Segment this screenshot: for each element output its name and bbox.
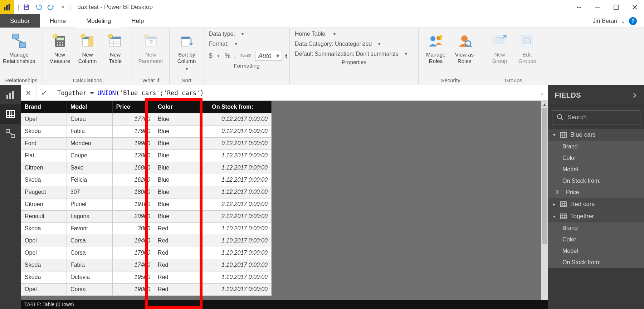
cell-price[interactable]: 16800 bbox=[112, 162, 154, 174]
column-header[interactable]: On Stock from: bbox=[208, 101, 272, 113]
fields-field[interactable]: Model bbox=[548, 164, 644, 175]
cell-date[interactable]: 1.10.2017 0:00:00 bbox=[208, 222, 272, 235]
new-group-button[interactable]: New Group bbox=[486, 30, 513, 75]
formula-expand-icon[interactable]: ⌄ bbox=[535, 89, 548, 96]
cell-brand[interactable]: Skoda bbox=[21, 174, 67, 186]
chevron-down-icon[interactable]: ▾ bbox=[240, 31, 245, 36]
new-table-button[interactable]: New Table bbox=[101, 30, 129, 75]
fields-table[interactable]: ▾Together bbox=[548, 210, 644, 222]
cell-color[interactable]: Blue bbox=[154, 137, 208, 149]
cell-model[interactable]: Laguna bbox=[67, 210, 112, 222]
help-icon[interactable]: ? bbox=[629, 17, 637, 25]
manage-relationships-button[interactable]: Manage Relationships bbox=[3, 30, 35, 75]
cell-brand[interactable]: Citroen bbox=[21, 198, 67, 210]
formula-text[interactable]: Together = UNION('Blue cars';'Red cars') bbox=[52, 89, 535, 97]
fields-field[interactable]: ΣPrice bbox=[548, 187, 644, 198]
column-header[interactable]: Brand bbox=[21, 101, 67, 113]
collapse-pane-icon[interactable] bbox=[632, 93, 638, 98]
cell-date[interactable]: 1.10.2017 0:00:00 bbox=[208, 259, 272, 271]
spin-buttons[interactable]: ▴▾ bbox=[285, 53, 287, 59]
vertical-scrollbar[interactable]: ▲ ▼ bbox=[541, 101, 548, 309]
redo-icon[interactable] bbox=[46, 2, 56, 12]
cell-model[interactable]: 307 bbox=[67, 186, 112, 198]
cell-date[interactable]: 2.12.2017 0:00:00 bbox=[208, 210, 272, 222]
cell-model[interactable]: Octavia bbox=[67, 271, 112, 283]
column-header[interactable]: Color bbox=[154, 101, 208, 113]
currency-button[interactable]: $ bbox=[209, 52, 213, 60]
cell-color[interactable]: Blue bbox=[154, 162, 208, 174]
cell-model[interactable]: Pluriel bbox=[67, 198, 112, 210]
data-grid[interactable]: BrandModelPriceColorOn Stock from:OpelCo… bbox=[21, 101, 272, 296]
cell-date[interactable]: 1.12.2017 0:00:00 bbox=[208, 186, 272, 198]
commit-formula-icon[interactable]: ✓ bbox=[36, 85, 52, 101]
fields-field[interactable]: Color bbox=[548, 152, 644, 164]
cell-price[interactable]: 20900 bbox=[112, 210, 154, 222]
chevron-down-icon[interactable]: ▾ bbox=[377, 41, 382, 46]
cell-brand[interactable]: Opel bbox=[21, 283, 67, 295]
cell-brand[interactable]: Skoda bbox=[21, 125, 67, 137]
fields-field[interactable]: Color bbox=[548, 234, 644, 245]
cell-date[interactable]: 1.10.2017 0:00:00 bbox=[208, 247, 272, 259]
search-input[interactable]: Search bbox=[552, 110, 640, 124]
cell-model[interactable]: Fabia bbox=[67, 125, 112, 137]
cell-date[interactable]: 1.12.2017 0:00:00 bbox=[208, 174, 272, 186]
cell-color[interactable]: Blue bbox=[154, 113, 208, 125]
new-measure-button[interactable]: New Measure bbox=[46, 30, 74, 75]
chevron-down-icon[interactable]: ▾ bbox=[234, 41, 239, 46]
scrollbar-thumb[interactable] bbox=[542, 108, 547, 244]
cell-color[interactable]: Blue bbox=[154, 174, 208, 186]
cell-date[interactable]: 0.12.2017 0:00:00 bbox=[208, 113, 272, 125]
menu-modeling[interactable]: Modeling bbox=[76, 15, 121, 28]
cell-date[interactable]: 1.12.2017 0:00:00 bbox=[208, 162, 272, 174]
view-as-roles-button[interactable]: View as Roles bbox=[450, 30, 479, 75]
model-view-icon[interactable] bbox=[0, 124, 21, 143]
cell-brand[interactable]: Citroen bbox=[21, 162, 67, 174]
cell-price[interactable]: 17900 bbox=[112, 125, 154, 137]
fields-table[interactable]: ▾Blue cars bbox=[548, 129, 644, 141]
cell-model[interactable]: Corsa bbox=[67, 113, 112, 125]
chevron-down-icon[interactable]: ▾ bbox=[404, 52, 409, 57]
cell-color[interactable]: Blue bbox=[154, 210, 208, 222]
cell-model[interactable]: Corsa bbox=[67, 247, 112, 259]
menu-home[interactable]: Home bbox=[40, 14, 76, 28]
cell-color[interactable]: Blue bbox=[154, 125, 208, 137]
fields-field[interactable]: On Stock from: bbox=[548, 175, 644, 187]
cell-brand[interactable]: Peugeot bbox=[21, 186, 67, 198]
cell-date[interactable]: 0.12.2017 0:00:00 bbox=[208, 125, 272, 137]
user-dropdown-icon[interactable]: ⌄ bbox=[621, 18, 625, 24]
expand-icon[interactable]: ▾ bbox=[553, 214, 557, 219]
fields-field[interactable]: Brand bbox=[548, 222, 644, 234]
new-parameter-button[interactable]: ? New Parameter bbox=[135, 30, 166, 75]
cell-color[interactable]: Red bbox=[154, 283, 208, 295]
chevron-down-icon[interactable]: ▾ bbox=[216, 54, 221, 58]
cell-model[interactable]: Felicia bbox=[67, 174, 112, 186]
cell-color[interactable]: Red bbox=[154, 271, 208, 283]
fields-field[interactable]: On Stock from: bbox=[548, 257, 644, 268]
cell-color[interactable]: Red bbox=[154, 222, 208, 235]
close-button[interactable] bbox=[625, 0, 644, 14]
edit-groups-button[interactable]: Edit Groups bbox=[513, 30, 541, 75]
column-header[interactable]: Model bbox=[67, 101, 112, 113]
expand-icon[interactable]: ▸ bbox=[553, 202, 557, 207]
cell-brand[interactable]: Fiat bbox=[21, 149, 67, 162]
cell-date[interactable]: 1.10.2017 0:00:00 bbox=[208, 283, 272, 295]
cell-date[interactable]: 1.10.2017 0:00:00 bbox=[208, 235, 272, 247]
cell-model[interactable]: Fabia bbox=[67, 259, 112, 271]
fields-field[interactable]: Brand bbox=[548, 141, 644, 152]
sort-by-column-button[interactable]: Sort by Column ▾ bbox=[172, 30, 201, 75]
cell-color[interactable]: Blue bbox=[154, 198, 208, 210]
comma-button[interactable]: , bbox=[234, 52, 236, 60]
cell-price[interactable]: 17900 bbox=[112, 247, 154, 259]
new-column-button[interactable]: New Column bbox=[74, 30, 102, 75]
cell-model[interactable]: Mondeo bbox=[67, 137, 112, 149]
cell-brand[interactable]: Ford bbox=[21, 137, 67, 149]
qat-dropdown-icon[interactable]: ▾ bbox=[58, 2, 68, 12]
cell-model[interactable]: Corsa bbox=[67, 283, 112, 295]
cell-date[interactable]: 0.12.2017 0:00:00 bbox=[208, 137, 272, 149]
cell-brand[interactable]: Opel bbox=[21, 247, 67, 259]
cell-date[interactable]: 2.12.2017 0:00:00 bbox=[208, 198, 272, 210]
cancel-formula-icon[interactable]: ✕ bbox=[21, 85, 36, 101]
cell-brand[interactable]: Opel bbox=[21, 235, 67, 247]
data-view-icon[interactable] bbox=[0, 104, 21, 124]
column-header[interactable]: Price bbox=[112, 101, 154, 113]
